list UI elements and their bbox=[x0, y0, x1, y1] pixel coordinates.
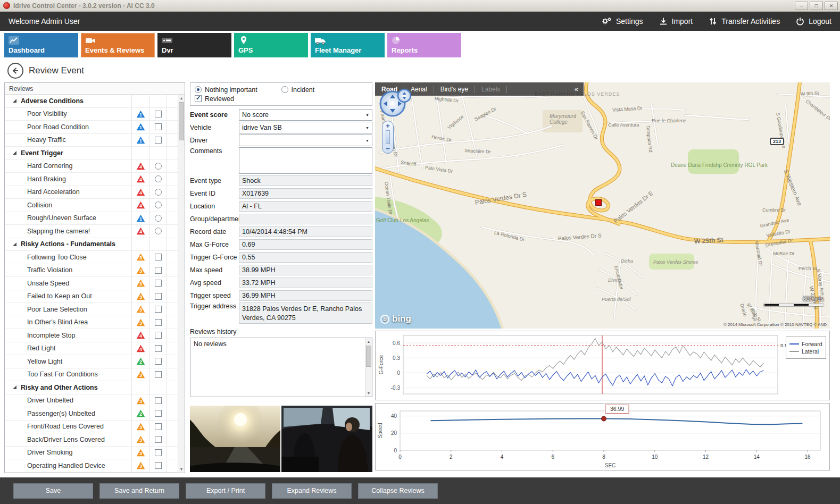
tab-fleet-manager[interactable]: Fleet Manager bbox=[311, 33, 385, 57]
tab-dvr[interactable]: Dvr bbox=[157, 33, 231, 57]
review-item-row[interactable]: Hard Braking4 bbox=[5, 173, 178, 186]
maximize-button[interactable]: □ bbox=[810, 2, 823, 10]
logout-button[interactable]: Logout bbox=[796, 16, 831, 26]
review-group-row[interactable]: Risky and Other Actions bbox=[5, 381, 178, 394]
reviews-history-list[interactable]: No reviews ▲ ▼ bbox=[190, 338, 372, 397]
tab-gps[interactable]: GPS bbox=[234, 33, 308, 57]
scroll-down-icon[interactable]: ▼ bbox=[365, 390, 372, 397]
collapse-caret-icon[interactable] bbox=[12, 242, 17, 247]
map-style-labels[interactable]: Labels bbox=[475, 86, 507, 93]
review-checkbox[interactable] bbox=[155, 280, 162, 287]
review-group-row[interactable]: Event Trigger bbox=[5, 147, 178, 160]
review-checkbox[interactable] bbox=[155, 345, 162, 352]
tab-reports[interactable]: Reports bbox=[387, 33, 461, 57]
radio-icon[interactable] bbox=[281, 86, 288, 93]
review-item-row[interactable]: Slapping the camera!4 bbox=[5, 225, 178, 238]
review-item-row[interactable]: Passenger(s) Unbelted2 bbox=[5, 407, 178, 421]
review-checkbox[interactable] bbox=[155, 111, 162, 117]
review-item-row[interactable]: Driver Smoking3 bbox=[5, 447, 178, 460]
review-checkbox[interactable] bbox=[155, 137, 162, 144]
review-item-row[interactable]: Operating Handled Device3 bbox=[5, 459, 178, 473]
review-checkbox[interactable] bbox=[155, 371, 162, 378]
review-checkbox[interactable] bbox=[155, 397, 162, 404]
zoom-slider[interactable] bbox=[386, 130, 390, 144]
review-checkbox[interactable] bbox=[155, 462, 162, 469]
save-button[interactable]: Save bbox=[13, 483, 93, 499]
review-item-row[interactable]: Following Too Close3 bbox=[5, 251, 178, 264]
review-item-row[interactable]: Failed to Keep an Out3 bbox=[5, 290, 178, 304]
expand-reviews-button[interactable]: Expand Reviews bbox=[272, 483, 352, 499]
review-checkbox[interactable] bbox=[155, 332, 162, 339]
event-score-field[interactable]: No score▼ bbox=[239, 109, 372, 121]
classification-radio-option[interactable]: Incident bbox=[281, 86, 368, 94]
review-checkbox[interactable] bbox=[155, 123, 162, 130]
classification-radio-selected[interactable]: Nothing important bbox=[195, 86, 281, 94]
minimize-button[interactable]: – bbox=[795, 2, 808, 10]
review-item-row[interactable]: Poor Road Condition1 bbox=[5, 121, 178, 134]
review-group-row[interactable]: Adverse Conditions bbox=[5, 95, 178, 108]
scroll-up-icon[interactable]: ▲ bbox=[365, 338, 372, 345]
review-item-row[interactable]: Hard Cornering4 bbox=[5, 160, 178, 173]
scrollbar-thumb[interactable] bbox=[179, 102, 184, 140]
collapse-caret-icon[interactable] bbox=[12, 98, 17, 103]
radio-icon[interactable] bbox=[195, 86, 202, 93]
review-item-row[interactable]: In Other's Blind Area3 bbox=[5, 316, 178, 330]
collapse-reviews-button[interactable]: Collapse Reviews bbox=[358, 483, 438, 499]
save-and-return-button[interactable]: Save and Return bbox=[99, 483, 179, 499]
reviewed-checkbox-option[interactable]: Reviewed bbox=[195, 95, 281, 103]
review-checkbox[interactable] bbox=[155, 319, 162, 326]
back-button[interactable] bbox=[7, 63, 23, 79]
review-item-row[interactable]: Too Fast For Conditions3 bbox=[5, 368, 178, 382]
review-radio[interactable] bbox=[155, 228, 162, 234]
map-compass-control[interactable] bbox=[378, 87, 413, 122]
vehicle-field[interactable]: idrive Van SB▼ bbox=[239, 122, 372, 133]
scroll-down-icon[interactable]: ▼ bbox=[178, 466, 185, 473]
reviews-tree-scrollbar[interactable]: ▲ ▼ bbox=[178, 95, 185, 473]
review-group-row[interactable]: Risky Actions - Fundamentals bbox=[5, 238, 178, 251]
collapse-caret-icon[interactable] bbox=[12, 150, 17, 155]
review-radio[interactable] bbox=[155, 175, 162, 182]
comments-field[interactable] bbox=[239, 147, 372, 174]
review-radio[interactable] bbox=[155, 201, 162, 208]
scroll-up-icon[interactable]: ▲ bbox=[178, 95, 185, 102]
review-item-row[interactable]: Poor Lane Selection3 bbox=[5, 303, 178, 316]
review-item-row[interactable]: Rough/Uneven Surface1 bbox=[5, 212, 178, 225]
tab-dashboard[interactable]: Dashboard bbox=[4, 33, 78, 57]
reviews-history-scrollbar[interactable]: ▲ ▼ bbox=[365, 338, 372, 397]
map-zoom-control[interactable]: + − bbox=[382, 121, 394, 154]
review-item-row[interactable]: Red Light4 bbox=[5, 342, 178, 356]
map-style-bird-s-eye[interactable]: Bird's eye bbox=[434, 86, 475, 93]
export-print-button[interactable]: Export / Print bbox=[186, 483, 265, 499]
review-item-row[interactable]: Back/Driver Lens Covered3 bbox=[5, 433, 178, 447]
map-menu-collapse-icon[interactable]: « bbox=[569, 85, 584, 93]
settings-button[interactable]: Settings bbox=[601, 16, 643, 26]
review-checkbox[interactable] bbox=[155, 423, 162, 430]
collapse-caret-icon[interactable] bbox=[12, 385, 17, 390]
review-checkbox[interactable] bbox=[155, 449, 162, 456]
review-checkbox[interactable] bbox=[155, 254, 162, 261]
review-checkbox[interactable] bbox=[155, 410, 162, 417]
review-checkbox[interactable] bbox=[155, 267, 162, 274]
review-checkbox[interactable] bbox=[155, 436, 162, 443]
close-button[interactable]: ✕ bbox=[825, 2, 838, 10]
review-radio[interactable] bbox=[155, 189, 162, 196]
zoom-in-button[interactable]: + bbox=[386, 122, 390, 129]
review-item-row[interactable]: Hard Acceleration4 bbox=[5, 186, 178, 199]
review-item-row[interactable]: Incomplete Stop4 bbox=[5, 329, 178, 342]
tab-events-reviews[interactable]: Events & Reviews bbox=[81, 33, 155, 57]
review-item-row[interactable] bbox=[5, 473, 178, 473]
review-radio[interactable] bbox=[155, 215, 162, 222]
transfer-activities-button[interactable]: Transfer Activities bbox=[709, 16, 780, 26]
review-item-row[interactable]: Traffic Violation3 bbox=[5, 264, 178, 278]
review-item-row[interactable]: Heavy Traffic1 bbox=[5, 134, 178, 147]
driver-camera-thumbnail[interactable] bbox=[281, 406, 372, 472]
review-item-row[interactable]: Yellow Light2 bbox=[5, 355, 178, 368]
review-item-row[interactable]: Collision4 bbox=[5, 199, 178, 212]
scrollbar-thumb[interactable] bbox=[366, 346, 371, 367]
bing-map[interactable]: EAST RANCHO PALOS VERDESMarymount Colleg… bbox=[375, 82, 830, 329]
review-checkbox[interactable] bbox=[155, 293, 162, 300]
review-item-row[interactable]: Front/Road Lens Covered3 bbox=[5, 421, 178, 434]
review-item-row[interactable]: Poor Visibility1 bbox=[5, 108, 178, 121]
front-camera-thumbnail[interactable] bbox=[190, 406, 280, 472]
driver-field[interactable]: ▼ bbox=[239, 135, 372, 146]
